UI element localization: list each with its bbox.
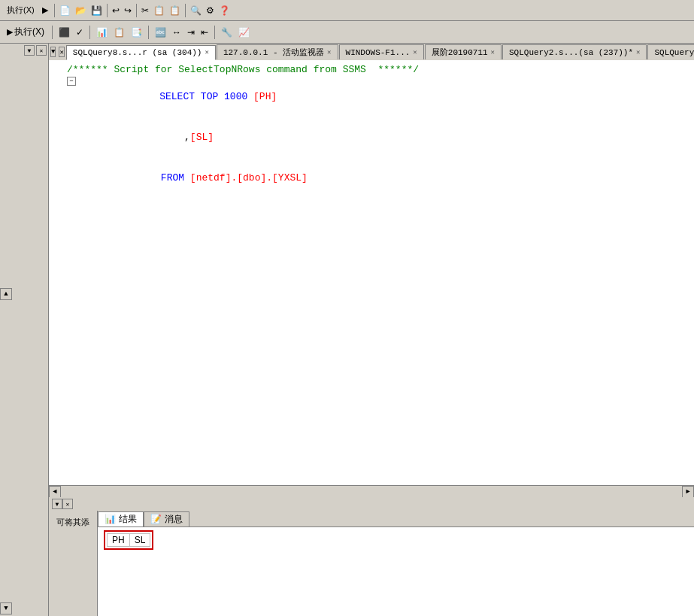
toolbar-sep-4 <box>185 4 186 17</box>
tab-windows-close[interactable]: ✕ <box>413 48 417 56</box>
toolbar-row-1: 执行(X) ▶ 📄 📂 💾 ↩ ↪ ✂ 📋 📋 🔍 ⚙ ❓ <box>0 0 694 21</box>
toolbar-search-btn[interactable]: 🔍 <box>188 4 204 17</box>
tab-results[interactable]: 📊 结果 <box>98 511 144 526</box>
toolbar-save-btn[interactable]: 💾 <box>89 4 105 17</box>
tab-sqlquery1-label: SQLQuery1.s...(sa <box>654 48 694 57</box>
bottom-tabs: 📊 结果 📝 消息 <box>98 511 694 527</box>
content-row: ▼ ✕ ▲ ▼ ▼ ✕ SQLQuery8.s...r (sa (304)) ✕ <box>0 44 694 616</box>
bottom-editor-area: 📊 结果 📝 消息 <box>98 511 694 616</box>
left-panel-content <box>0 57 48 285</box>
toolbar2-sep-2 <box>89 26 90 39</box>
code-from: FROM [netdf].[dbo].[YXSL] <box>67 158 308 199</box>
tab-sqlquery8[interactable]: SQLQuery8.s...r (sa (304)) ✕ <box>66 45 216 60</box>
play-icon-2: ▶ <box>7 27 13 37</box>
messages-tab-label: 消息 <box>165 513 183 526</box>
toolbar-open-btn[interactable]: 📂 <box>73 4 89 17</box>
toolbar2-icon7[interactable]: ↔ <box>170 26 183 39</box>
left-scrollbar-area: ▲ ▼ <box>0 288 12 616</box>
tab-monitor-close[interactable]: ✕ <box>327 48 331 56</box>
tab-sqlquery2-close[interactable]: ✕ <box>636 48 640 56</box>
toolbar-undo-btn[interactable]: ↩ <box>110 4 122 17</box>
bottom-results-content: PH SL <box>98 527 694 616</box>
h-scroll-left-btn[interactable]: ◄ <box>49 486 61 498</box>
left-panel-pin-btn[interactable]: ▼ <box>24 45 35 56</box>
tab-messages[interactable]: 📝 消息 <box>144 511 189 526</box>
outer-left-controls: ▼ ✕ <box>0 44 48 57</box>
left-panel-close-btn[interactable]: ✕ <box>36 45 47 56</box>
toolbar2-icon9[interactable]: ⇤ <box>199 26 211 39</box>
run-icon: ▶ <box>42 5 48 15</box>
execute-menu-btn[interactable]: 执行(X) <box>3 3 38 17</box>
tab-zhanji-close[interactable]: ✕ <box>491 48 495 56</box>
tab-zhanji-label: 展阶20190711 <box>432 47 488 58</box>
code-line-4: FROM [netdf].[dbo].[YXSL] <box>55 158 688 199</box>
result-table-outline: PH SL <box>104 530 153 550</box>
toolbar-paste-btn[interactable]: 📋 <box>167 4 183 17</box>
execute-btn-2[interactable]: ▶ 执行(X) <box>3 24 48 40</box>
h-scrollbar: ◄ ► <box>49 485 694 497</box>
toolbar-sep-2 <box>107 4 108 17</box>
code-line-2: − SELECT TOP 1000 [PH] <box>55 77 688 117</box>
tab-windows[interactable]: WINDOWS-F1... ✕ <box>339 44 424 59</box>
toolbar2-icon6[interactable]: 🔤 <box>153 26 168 39</box>
table-header-row: PH SL <box>108 534 150 547</box>
toolbar2-icon1[interactable]: ⬛ <box>56 26 72 39</box>
tab-monitor[interactable]: 127.0.0.1 - 活动监视器 ✕ <box>217 44 338 59</box>
code-select: SELECT TOP 1000 [PH] <box>77 77 277 117</box>
h-scroll-track <box>61 486 682 498</box>
bottom-body: 可将其添 📊 结果 📝 消息 <box>49 511 694 616</box>
col-header-ph: PH <box>108 534 130 547</box>
toolbar2-sep-4 <box>214 26 215 39</box>
bottom-top-controls: ▼ ✕ <box>49 497 694 511</box>
left-scroll-track <box>0 302 12 602</box>
tab-sqlquery2-label: SQLQuery2.s...(sa (237))* <box>509 48 633 57</box>
toolbar-new-btn[interactable]: 📄 <box>57 4 73 17</box>
toolbar2-icon11[interactable]: 📈 <box>236 26 252 39</box>
tab-monitor-label: 127.0.0.1 - 活动监视器 <box>223 47 324 58</box>
code-sl: ,[SL] <box>67 117 214 158</box>
col-header-sl: SL <box>129 534 150 547</box>
execute-text: 执行(X) <box>14 26 44 38</box>
toolbar-row-2: ▶ 执行(X) ⬛ ✓ 📊 📋 📑 🔤 ↔ ⇥ ⇤ 🔧 📈 <box>0 21 694 44</box>
toolbar-redo-btn[interactable]: ↪ <box>122 4 134 17</box>
results-tab-label: 结果 <box>119 513 137 526</box>
tab-row-close-btn[interactable]: ✕ <box>59 47 64 57</box>
code-line-1: /****** Script for SelectTopNRows comman… <box>55 63 688 77</box>
code-content-area[interactable]: /****** Script for SelectTopNRows comman… <box>49 60 694 485</box>
toolbar-settings-btn[interactable]: ⚙ <box>204 4 217 17</box>
bottom-left-sidebar: 可将其添 <box>49 511 98 616</box>
tab-row-pin-btn[interactable]: ▼ <box>50 47 56 57</box>
left-scroll-down-btn[interactable]: ▼ <box>0 602 12 614</box>
tab-sqlquery8-close[interactable]: ✕ <box>205 48 208 56</box>
execute-run-btn[interactable]: ▶ <box>38 4 52 17</box>
execute-label: 执行(X) <box>7 5 35 16</box>
toolbar2-icon5[interactable]: 📑 <box>129 26 144 39</box>
bottom-close-btn[interactable]: ✕ <box>62 499 73 509</box>
bottom-pin-btn[interactable]: ▼ <box>52 499 62 509</box>
left-scroll-up-btn[interactable]: ▲ <box>0 288 12 300</box>
toolbar2-icon10[interactable]: 🔧 <box>219 26 235 39</box>
collapse-btn-select[interactable]: − <box>67 77 76 86</box>
tab-sqlquery2[interactable]: SQLQuery2.s...(sa (237))* ✕ <box>502 44 647 59</box>
toolbar-sep-1 <box>54 4 55 17</box>
code-editor[interactable]: /****** Script for SelectTopNRows comman… <box>49 60 694 497</box>
toolbar-cut-btn[interactable]: ✂ <box>139 4 151 17</box>
toolbar2-icon8[interactable]: ⇥ <box>185 26 197 39</box>
toolbar2-sep-3 <box>148 26 149 39</box>
toolbar2-icon2[interactable]: ✓ <box>74 26 86 39</box>
bottom-sidebar-text: 可将其添 <box>55 514 91 531</box>
tab-sqlquery8-label: SQLQuery8.s...r (sa (304)) <box>73 48 202 57</box>
h-scroll-right-btn[interactable]: ► <box>682 486 694 498</box>
tab-row: ▼ ✕ SQLQuery8.s...r (sa (304)) ✕ 127.0.0… <box>49 44 694 60</box>
toolbar2-icon3[interactable]: 📊 <box>94 26 110 39</box>
tab-sqlquery1[interactable]: SQLQuery1.s...(sa ✕ <box>647 44 694 59</box>
results-tab-icon: 📊 <box>105 514 116 525</box>
messages-tab-icon: 📝 <box>150 514 162 525</box>
toolbar-copy-btn[interactable]: 📋 <box>151 4 167 17</box>
bottom-panel: ▼ ✕ 可将其添 📊 结果 <box>49 497 694 616</box>
result-table: PH SL <box>107 533 150 547</box>
toolbar2-icon4[interactable]: 📋 <box>111 26 127 39</box>
tab-zhanji[interactable]: 展阶20190711 ✕ <box>425 44 502 59</box>
toolbar-help-btn[interactable]: ❓ <box>217 4 232 17</box>
editor-wrapper: ▼ ✕ SQLQuery8.s...r (sa (304)) ✕ 127.0.0… <box>49 44 694 616</box>
